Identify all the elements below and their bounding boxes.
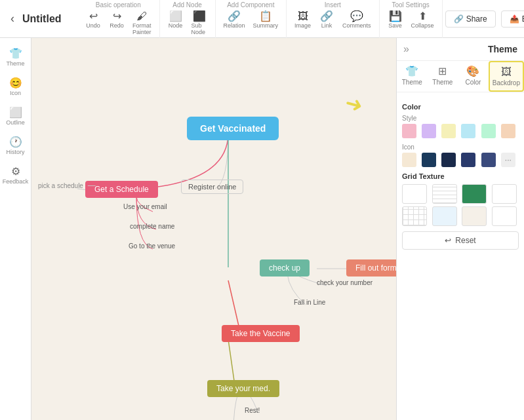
redo-label: Redo: [110, 22, 124, 29]
tab-theme-label: Theme: [402, 79, 422, 86]
collapse-button[interactable]: ⬆ Collapse: [409, 10, 437, 30]
comments-button[interactable]: 💬 Comments: [340, 10, 374, 30]
theme-icon: 👕: [9, 47, 22, 60]
history-label: History: [6, 149, 24, 156]
main-area: 👕 Theme 😊 Icon ⬜ Outline 🕐 History ⚙ Fee…: [0, 38, 524, 420]
texture-dots[interactable]: [402, 184, 427, 204]
tab-grid-label: Theme: [432, 79, 453, 86]
node-schedule[interactable]: Get a Schedule: [85, 181, 158, 198]
undo-label: Undo: [86, 22, 100, 29]
add-subnode-button[interactable]: ⬛ Sub Node: [189, 10, 210, 37]
tab-backdrop-icon: 🖼: [501, 66, 512, 78]
node-icon: ⬜: [169, 11, 182, 22]
reset-button[interactable]: ↩ Reset: [402, 231, 519, 250]
node-checkup[interactable]: Fill out form: [346, 259, 396, 277]
color-swatch-peach[interactable]: [501, 124, 515, 138]
subnode-label: Sub Node: [191, 22, 207, 35]
summary-button[interactable]: 📋 Summary: [251, 10, 281, 30]
panel-collapse-button[interactable]: »: [403, 43, 409, 55]
tab-color-icon: 🎨: [466, 65, 479, 77]
document-title: Untitled: [22, 13, 75, 25]
texture-light-blue[interactable]: [432, 206, 457, 226]
node-fall[interactable]: Take the Vaccine: [222, 325, 300, 342]
undo-button[interactable]: ↩ Undo: [83, 10, 104, 37]
node-website: Use your email: [123, 203, 167, 210]
share-icon: 🔗: [454, 14, 464, 24]
tab-theme[interactable]: 👕 Theme: [397, 61, 428, 92]
texture-white2[interactable]: [492, 206, 517, 226]
format-painter-label: Format Painter: [132, 22, 151, 35]
collapse-label: Collapse: [411, 22, 434, 29]
texture-white1[interactable]: [492, 184, 517, 204]
comments-icon: 💬: [350, 11, 363, 22]
export-button[interactable]: 📤 Export: [501, 10, 524, 28]
color-swatch-navy1[interactable]: [422, 153, 436, 167]
svg-line-2: [228, 280, 240, 332]
save-icon: 💾: [389, 11, 402, 22]
format-painter-button[interactable]: 🖌 Format Painter: [130, 10, 154, 37]
sidebar-icon-button[interactable]: 😊 Icon: [1, 73, 30, 101]
relation-button[interactable]: 🔗 Relation: [221, 10, 248, 30]
image-label: Image: [294, 22, 311, 29]
canvas[interactable]: ➜ Get Vaccinated Get a Schedule Register…: [31, 38, 396, 420]
panel-title: Theme: [488, 44, 517, 54]
color-swatch-cream[interactable]: [402, 153, 416, 167]
texture-green[interactable]: [462, 184, 487, 204]
sidebar-feedback-button[interactable]: ⚙ Feedback: [1, 161, 30, 189]
tab-grid[interactable]: ⊞ Theme: [428, 61, 458, 92]
theme-label: Theme: [6, 61, 24, 67]
feedback-label: Feedback: [3, 179, 29, 185]
texture-grid: [402, 184, 519, 226]
texture-lines[interactable]: [432, 184, 457, 204]
color-swatch-more[interactable]: ···: [501, 153, 515, 167]
texture-cross[interactable]: [402, 206, 427, 226]
tab-grid-icon: ⊞: [438, 65, 447, 77]
undo-icon: ↩: [89, 11, 98, 22]
svg-line-3: [228, 339, 235, 385]
redo-button[interactable]: ↪ Redo: [106, 10, 127, 37]
arrow-indicator: ➜: [342, 90, 366, 119]
node-med: Rest!: [245, 407, 260, 414]
share-button[interactable]: 🔗 Share: [445, 10, 496, 28]
color-swatch-blue[interactable]: [461, 124, 475, 138]
icon-label: Icon: [402, 143, 519, 151]
toolbar-group-node: Add Node ⬜ Node ⬛ Sub Node: [160, 0, 216, 38]
sidebar-outline-button[interactable]: ⬜ Outline: [1, 102, 30, 130]
relation-label: Relation: [224, 22, 245, 29]
back-button[interactable]: ‹: [5, 9, 20, 28]
save-label: Save: [388, 22, 402, 29]
node-register[interactable]: Register online: [181, 180, 243, 194]
color-swatch-purple[interactable]: [422, 124, 436, 138]
group-label-component: Add Component: [227, 1, 274, 9]
color-swatch-navy3[interactable]: [461, 153, 475, 167]
group-label-basic: Basic operation: [96, 1, 141, 9]
redo-icon: ↪: [113, 11, 121, 22]
save-button[interactable]: 💾 Save: [385, 10, 406, 30]
feedback-icon: ⚙: [11, 165, 20, 178]
node-venue[interactable]: check up: [260, 259, 310, 277]
summary-label: Summary: [253, 22, 279, 29]
outline-label: Outline: [6, 120, 25, 126]
node-schedule-label: Get a Schedule: [94, 185, 149, 194]
tab-backdrop[interactable]: 🖼 Backdrop: [489, 61, 524, 92]
toolbar: ‹ Untitled Basic operation ↩ Undo ↪ Redo…: [0, 0, 524, 38]
color-section-title: Color: [402, 103, 519, 111]
sidebar-theme-button[interactable]: 👕 Theme: [1, 43, 30, 71]
tab-color[interactable]: 🎨 Color: [458, 61, 489, 92]
texture-beige[interactable]: [462, 206, 487, 226]
node-root[interactable]: Get Vaccinated: [187, 117, 279, 140]
link-button[interactable]: 🔗 Link: [316, 10, 337, 30]
sidebar-history-button[interactable]: 🕐 History: [1, 132, 30, 160]
color-swatch-pink[interactable]: [402, 124, 416, 138]
color-swatch-green[interactable]: [481, 124, 496, 138]
add-node-button[interactable]: ⬜ Node: [165, 10, 186, 37]
outline-icon: ⬜: [9, 106, 22, 119]
link-icon: 🔗: [320, 11, 333, 22]
color-swatch-yellow[interactable]: [441, 124, 456, 138]
node-vaccine[interactable]: Take your med.: [207, 380, 279, 397]
tab-theme-icon: 👕: [405, 65, 418, 77]
color-swatch-navy4[interactable]: [481, 153, 496, 167]
image-button[interactable]: 🖼 Image: [292, 10, 313, 30]
color-swatch-navy2[interactable]: [441, 153, 456, 167]
toolbar-right: 🔗 Share 📤 Export: [445, 10, 524, 28]
